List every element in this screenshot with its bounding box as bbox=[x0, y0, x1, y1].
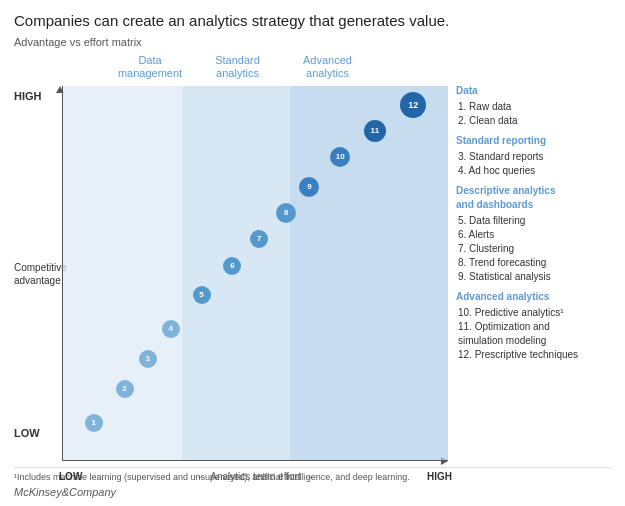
legend-item-0-0: 1. Raw data bbox=[456, 100, 611, 114]
subtitle: Advantage vs effort matrix bbox=[14, 36, 611, 48]
column-headers: Datamanagement Standardanalytics Advance… bbox=[62, 54, 448, 84]
bubble-11: 11 bbox=[364, 120, 386, 142]
legend-section: Data1. Raw data2. Clean dataStandard rep… bbox=[456, 54, 611, 461]
x-axis-label: ← Analytics team effort → bbox=[63, 471, 448, 482]
page-container: Companies can create an analytics strate… bbox=[0, 0, 625, 506]
legend-item-2-3: 8. Trend forecasting bbox=[456, 256, 611, 270]
y-low-label: LOW bbox=[14, 427, 40, 439]
bubble-7: 7 bbox=[250, 230, 268, 248]
legend-header-0: Data bbox=[456, 84, 611, 98]
bubble-5: 5 bbox=[193, 286, 211, 304]
chart-plot: LOW ← Analytics team effort → HIGH 12345… bbox=[62, 86, 448, 461]
bubble-8: 8 bbox=[276, 203, 296, 223]
zone-advanced bbox=[290, 86, 448, 460]
legend-header-2: Descriptive analyticsand dashboards bbox=[456, 184, 611, 212]
legend-group-0: Data1. Raw data2. Clean data bbox=[456, 84, 611, 128]
x-high-label: HIGH bbox=[427, 471, 452, 482]
legend-item-1-0: 3. Standard reports bbox=[456, 150, 611, 164]
zone-data bbox=[63, 86, 182, 460]
legend-item-3-0: 10. Predictive analytics¹ bbox=[456, 306, 611, 320]
y-axis: HIGH Competitiveadvantage LOW bbox=[14, 86, 62, 461]
bubble-6: 6 bbox=[223, 257, 241, 275]
bubble-2: 2 bbox=[116, 380, 134, 398]
content-area: Datamanagement Standardanalytics Advance… bbox=[14, 54, 611, 461]
legend-group-1: Standard reporting3. Standard reports4. … bbox=[456, 134, 611, 178]
y-competitive-label: Competitiveadvantage bbox=[14, 261, 56, 287]
bubble-1: 1 bbox=[85, 414, 103, 432]
legend-item-3-1: 11. Optimization and simulation modeling bbox=[456, 320, 611, 348]
legend-item-2-0: 5. Data filtering bbox=[456, 214, 611, 228]
legend-header-3: Advanced analytics bbox=[456, 290, 611, 304]
bubble-4: 4 bbox=[162, 320, 180, 338]
legend-item-0-1: 2. Clean data bbox=[456, 114, 611, 128]
col-header-data: Datamanagement bbox=[110, 54, 190, 84]
bubble-3: 3 bbox=[139, 350, 157, 368]
y-high-label: HIGH bbox=[14, 90, 42, 102]
bubble-9: 9 bbox=[299, 177, 319, 197]
mckinsey-logo: McKinsey&Company bbox=[14, 486, 611, 498]
chart-section: Datamanagement Standardanalytics Advance… bbox=[14, 54, 448, 461]
legend-group-3: Advanced analytics10. Predictive analyti… bbox=[456, 290, 611, 362]
bubble-10: 10 bbox=[330, 147, 350, 167]
chart-body: HIGH Competitiveadvantage LOW bbox=[14, 86, 448, 461]
col-header-advanced: Advancedanalytics bbox=[285, 54, 370, 84]
y-label-container: Competitiveadvantage bbox=[14, 261, 56, 287]
legend-item-2-2: 7. Clustering bbox=[456, 242, 611, 256]
main-title: Companies can create an analytics strate… bbox=[14, 12, 611, 30]
legend-header-1: Standard reporting bbox=[456, 134, 611, 148]
legend-item-2-1: 6. Alerts bbox=[456, 228, 611, 242]
col-header-standard: Standardanalytics bbox=[190, 54, 285, 84]
legend-item-1-1: 4. Ad hoc queries bbox=[456, 164, 611, 178]
legend-item-2-4: 9. Statistical analysis bbox=[456, 270, 611, 284]
legend-item-3-2: 12. Prescriptive techniques bbox=[456, 348, 611, 362]
bubble-12: 12 bbox=[400, 92, 426, 118]
legend-group-2: Descriptive analyticsand dashboards5. Da… bbox=[456, 184, 611, 284]
